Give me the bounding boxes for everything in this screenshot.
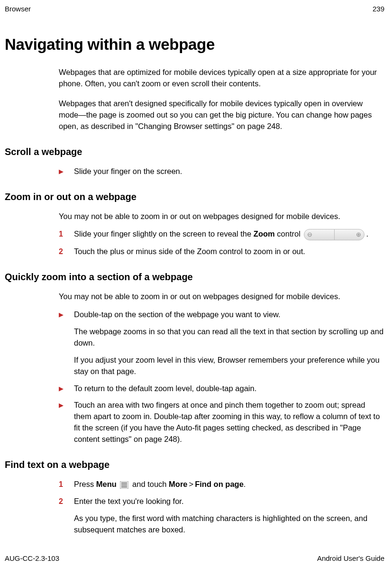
header-page-number: 239 bbox=[373, 5, 384, 13]
bullet-text: Touch an area with two fingers at once a… bbox=[74, 400, 384, 445]
step-text: Press Menu and touch More>Find on page. bbox=[74, 479, 384, 490]
page-title: Navigating within a webpage bbox=[5, 36, 384, 54]
intro-paragraph-1: Webpages that are optimized for mobile d… bbox=[59, 67, 384, 90]
svg-rect-3 bbox=[121, 486, 127, 487]
numbered-step: 1 Press Menu and touch More>Find on page… bbox=[59, 479, 384, 490]
footer-guide-name: Android User's Guide bbox=[317, 554, 384, 562]
step-number: 1 bbox=[59, 229, 65, 239]
intro-paragraph-2: Webpages that aren't designed specifical… bbox=[59, 98, 384, 132]
bullet-text: To return to the default zoom level, dou… bbox=[74, 383, 384, 394]
svg-rect-2 bbox=[121, 485, 127, 485]
heading-quick-zoom: Quickly zoom into a section of a webpage bbox=[5, 272, 384, 283]
quick-intro: You may not be able to zoom in or out on… bbox=[59, 291, 384, 302]
triangle-bullet-icon: ▶ bbox=[59, 401, 64, 410]
svg-rect-1 bbox=[121, 483, 127, 484]
triangle-bullet-icon: ▶ bbox=[59, 311, 64, 320]
header-section: Browser bbox=[5, 5, 31, 13]
bullet-item: ▶ Touch an area with two fingers at once… bbox=[59, 400, 384, 445]
heading-scroll: Scroll a webpage bbox=[5, 146, 384, 157]
step-text: Touch the plus or minus side of the Zoom… bbox=[74, 246, 384, 257]
zoom-out-icon: ⊖ bbox=[304, 230, 334, 239]
step-number: 2 bbox=[59, 496, 65, 507]
heading-zoom: Zoom in or out on a webpage bbox=[5, 192, 384, 202]
numbered-step: 2 Enter the text you're looking for. As … bbox=[59, 496, 384, 536]
menu-icon bbox=[120, 481, 128, 489]
bullet-item: ▶ To return to the default zoom level, d… bbox=[59, 383, 384, 394]
step-number: 1 bbox=[59, 479, 65, 490]
step-number: 2 bbox=[59, 246, 65, 257]
footer-doc-id: AUG-CC-2.3-103 bbox=[5, 554, 59, 562]
step-text: Slide your finger slightly on the screen… bbox=[74, 229, 384, 240]
numbered-step: 2 Touch the plus or minus side of the Zo… bbox=[59, 246, 384, 257]
zoom-in-icon: ⊕ bbox=[334, 230, 364, 239]
numbered-step: 1 Slide your finger slightly on the scre… bbox=[59, 229, 384, 240]
bullet-text: Double-tap on the section of the webpage… bbox=[74, 309, 384, 377]
bullet-item: ▶ Double-tap on the section of the webpa… bbox=[59, 309, 384, 377]
heading-find-text: Find text on a webpage bbox=[5, 459, 384, 470]
page-header: Browser 239 bbox=[5, 5, 384, 13]
triangle-bullet-icon: ▶ bbox=[59, 384, 64, 393]
bullet-item: ▶ Slide your finger on the screen. bbox=[59, 166, 384, 177]
page-footer: AUG-CC-2.3-103 Android User's Guide bbox=[5, 554, 384, 562]
triangle-bullet-icon: ▶ bbox=[59, 167, 64, 176]
zoom-intro: You may not be able to zoom in or out on… bbox=[59, 211, 384, 222]
bullet-text: Slide your finger on the screen. bbox=[74, 166, 384, 177]
zoom-control-icon: ⊖⊕ bbox=[304, 229, 365, 240]
step-text: Enter the text you're looking for. As yo… bbox=[74, 496, 384, 536]
